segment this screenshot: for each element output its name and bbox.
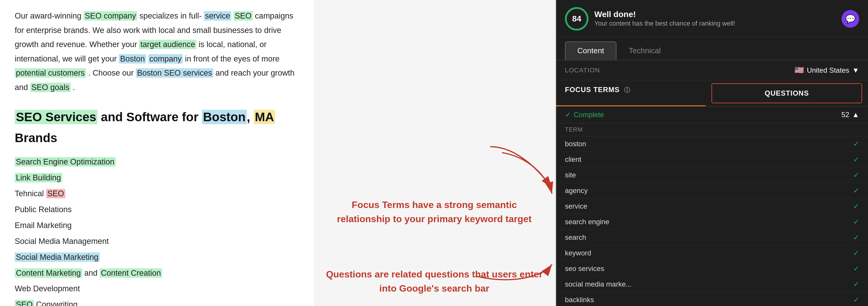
content-panel: Our award-winning SEO company specialize… — [0, 0, 314, 306]
us-flag-icon: 🇺🇸 — [795, 66, 804, 75]
term-name: agency — [565, 187, 588, 195]
list-item: Content Marketing and Content Creation — [15, 266, 299, 281]
term-row: keyword ✓ — [556, 245, 868, 261]
term-name: boston — [565, 140, 586, 148]
seo-goals-highlight: SEO goals — [30, 83, 71, 92]
score-subtitle: Your content has the best chance of rank… — [594, 19, 836, 28]
chevron-down-icon: ▼ — [852, 66, 859, 74]
list-item: Social Media Management — [15, 234, 299, 249]
boston-highlight-1: Boston — [119, 54, 146, 64]
and-text: and — [82, 269, 100, 277]
complete-row: ✓ Complete 52 ▲ — [556, 106, 868, 123]
tehnical-text: Tehnical — [15, 189, 46, 198]
questions-label: QUESTIONS — [765, 89, 809, 97]
services-list: Search Engine Optimization Link Building… — [15, 154, 299, 306]
term-check-icon: ✓ — [853, 140, 859, 148]
score-title: Well done! — [594, 10, 836, 19]
term-name: seo services — [565, 265, 604, 273]
term-row: site ✓ — [556, 167, 868, 183]
list-item: Search Engine Optimization — [15, 154, 299, 170]
chat-icon: 💬 — [845, 14, 856, 24]
ma-title-highlight: MA — [254, 110, 275, 124]
tab-bar: Content Technical — [556, 37, 868, 60]
term-name: backlinks — [565, 296, 594, 304]
complete-count[interactable]: 52 ▲ — [841, 111, 859, 119]
link-building-highlight: Link Building — [15, 173, 62, 182]
tab-content-label: Content — [577, 46, 604, 55]
tab-technical[interactable]: Technical — [616, 41, 673, 60]
seo-item-highlight: Search Engine Optimization — [15, 157, 116, 166]
content-marketing-highlight: Content Marketing — [15, 268, 82, 278]
location-select[interactable]: 🇺🇸 United States ▼ — [795, 66, 859, 75]
intro-text-before: Our award-winning — [15, 11, 84, 20]
intro-text-5: in front of the eyes of more — [183, 55, 280, 63]
intro-paragraph: Our award-winning SEO company specialize… — [15, 9, 299, 95]
intro-text-2: specializes in full- — [137, 11, 204, 20]
score-circle: 84 — [565, 7, 588, 31]
seo-company-highlight: SEO company — [84, 11, 137, 21]
location-value: United States — [807, 66, 849, 74]
info-icon: ⓘ — [624, 87, 630, 93]
term-row: service ✓ — [556, 198, 868, 214]
term-name: social media marke... — [565, 280, 632, 288]
score-text-block: Well done! Your content has the best cha… — [594, 10, 836, 28]
seo-green-small: SEO — [15, 300, 34, 306]
tab-technical-label: Technical — [629, 46, 660, 55]
seo-highlight-1: SEO — [234, 11, 253, 21]
complete-label: Complete — [574, 111, 604, 119]
score-value: 84 — [572, 14, 581, 24]
term-check-icon: ✓ — [853, 249, 859, 257]
term-check-icon: ✓ — [853, 265, 859, 273]
term-row: search engine ✓ — [556, 214, 868, 230]
list-item: Link Building — [15, 170, 299, 186]
smm-text: Social Media Management — [15, 237, 109, 246]
term-row: boston ✓ — [556, 136, 868, 152]
term-check-icon: ✓ — [853, 155, 859, 163]
web-dev-text: Web Development — [15, 284, 80, 293]
count-value: 52 — [841, 111, 849, 119]
table-header: TERM — [556, 123, 868, 136]
annotation-text-2: Questions are related questions that use… — [326, 267, 543, 296]
content-creation-highlight: Content Creation — [100, 268, 162, 278]
copywriting-text: Copywriting — [34, 300, 78, 306]
potential-customers-highlight: potential customers — [15, 68, 86, 78]
checkmark-icon: ✓ — [565, 111, 571, 119]
term-name: client — [565, 155, 581, 163]
intro-period: . — [71, 83, 75, 92]
list-item: Public Relations — [15, 202, 299, 218]
service-highlight: service — [204, 11, 231, 21]
intro-space — [231, 11, 234, 20]
term-row: seo services ✓ — [556, 261, 868, 277]
intro-space-2 — [146, 55, 148, 63]
focus-terms-tab[interactable]: FOCUS TERMS ⓘ — [556, 80, 706, 106]
annotation-arrows-svg — [314, 0, 555, 306]
chat-button[interactable]: 💬 — [841, 10, 859, 28]
terms-list[interactable]: boston ✓ client ✓ site ✓ agency ✓ servic… — [556, 136, 868, 306]
location-row: LOCATION 🇺🇸 United States ▼ — [556, 60, 868, 80]
section1-brands: Brands — [15, 131, 57, 145]
complete-badge: ✓ Complete — [565, 111, 604, 119]
smm-highlight: Social Media Marketing — [15, 252, 100, 262]
list-item: Web Development — [15, 281, 299, 297]
term-check-icon: ✓ — [853, 202, 859, 210]
section1-comma: , — [247, 110, 254, 124]
annotation-area: Focus Terms have a strong semantic relat… — [314, 0, 555, 306]
questions-tab[interactable]: QUESTIONS — [711, 83, 862, 103]
annotation-text-1: Focus Terms have a strong semantic relat… — [326, 198, 543, 226]
seo-pink-highlight: SEO — [46, 189, 65, 198]
term-name: service — [565, 202, 587, 210]
list-item: Email Marketing — [15, 218, 299, 234]
target-audience-highlight: target audience — [139, 40, 196, 49]
pr-text: Public Relations — [15, 205, 72, 214]
section1-and: and Software for — [97, 110, 202, 124]
term-name: search — [565, 233, 586, 242]
intro-text-6: . Choose our — [86, 68, 136, 78]
terms-questions-bar: FOCUS TERMS ⓘ QUESTIONS — [556, 80, 868, 106]
boston-title-highlight: Boston — [202, 110, 247, 124]
list-item: Tehnical SEO — [15, 186, 299, 202]
expand-icon: ▲ — [852, 111, 859, 119]
list-item: Social Media Marketing — [15, 249, 299, 266]
tab-content[interactable]: Content — [565, 41, 616, 60]
section1-title: SEO Services and Software for Boston, MA… — [15, 106, 299, 149]
term-row: client ✓ — [556, 152, 868, 167]
